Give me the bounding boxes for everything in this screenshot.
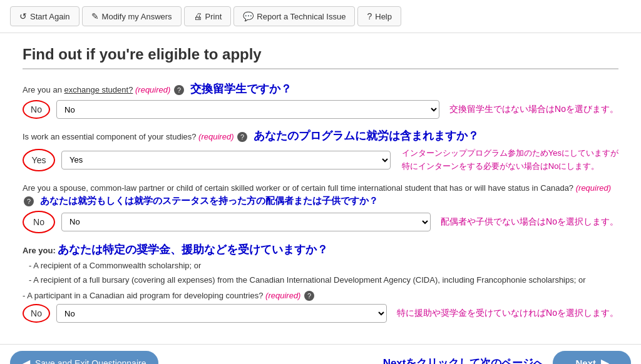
next-section: Nextをクリックして次のページへ Next ▶ xyxy=(383,351,631,364)
pencil-icon: ✎ xyxy=(91,11,99,21)
q1-no-text: No xyxy=(31,104,42,114)
are-you-select[interactable]: No Yes xyxy=(56,304,387,323)
q2-label: Is work an essential component of your s… xyxy=(23,128,618,144)
save-exit-label: Save and Exit Questionnaire xyxy=(35,358,146,364)
toolbar: ↺ Start Again ✎ Modify my Answers 🖨 Prin… xyxy=(0,0,641,33)
q1-select-row: No No Yes 交換留学生ではない場合はNoを選びます。 xyxy=(23,100,618,119)
are-you-select-row: No No Yes 特に援助や奨学金を受けていなければNoを選択します。 xyxy=(23,304,618,323)
save-exit-arrow-icon: ◀ xyxy=(23,357,30,364)
bullet-1: - A recipient of a Commonwealth scholars… xyxy=(23,261,618,270)
q3-no-text: No xyxy=(33,217,44,227)
are-you-circle-annotation: No xyxy=(23,304,50,323)
q2-help-icon[interactable]: ? xyxy=(237,132,247,142)
start-again-label: Start Again xyxy=(30,12,70,21)
question-spouse: Are you a spouse, common-law partner or … xyxy=(23,182,618,233)
q3-label-text: Are you a spouse, common-law partner or … xyxy=(23,183,573,193)
print-button[interactable]: 🖨 Print xyxy=(184,6,232,26)
refresh-icon: ↺ xyxy=(19,11,27,21)
are-you-label: Are you: あなたは特定の奨学金、援助などを受けていますか？ xyxy=(23,242,618,257)
are-you-text: Are you: xyxy=(23,246,56,255)
q3-circle-annotation: No xyxy=(23,211,55,233)
next-arrow-icon: ▶ xyxy=(601,357,608,364)
q1-circle-annotation: No xyxy=(23,100,50,119)
print-icon: 🖨 xyxy=(193,11,202,21)
help-label: Help xyxy=(375,12,392,21)
are-you-annotation: 特に援助や奨学金を受けていなければNoを選択します。 xyxy=(397,308,618,319)
q2-annotation-line1: インターンシッププログラム参加のためYesにしていますが xyxy=(402,148,618,158)
save-exit-button[interactable]: ◀ Save and Exit Questionnaire xyxy=(10,351,158,364)
q2-select[interactable]: Yes No xyxy=(61,151,391,169)
q3-select-row: No No Yes 配偶者や子供でない場合はNoを選択します。 xyxy=(23,211,618,233)
bullet-2: - A recipient of a full bursary (coverin… xyxy=(23,275,618,285)
q1-required: (required) xyxy=(135,85,170,94)
q1-select[interactable]: No Yes xyxy=(56,100,439,119)
page-title: Find out if you're eligible to apply xyxy=(23,46,618,69)
bullet-3-text: - A participant in a Canadian aid progra… xyxy=(23,291,263,300)
question-work-essential: Is work an essential component of your s… xyxy=(23,128,618,173)
print-label: Print xyxy=(205,12,222,21)
q1-label: Are you an exchange student? (required) … xyxy=(23,81,618,98)
q1-annotation: 交換留学生ではない場合はNoを選びます。 xyxy=(449,104,618,115)
q2-jp-label: あなたのプログラムに就労は含まれますか？ xyxy=(254,129,479,142)
q3-select[interactable]: No Yes xyxy=(61,213,431,231)
modify-answers-label: Modify my Answers xyxy=(102,12,172,21)
start-again-button[interactable]: ↺ Start Again xyxy=(10,6,79,26)
q2-circle-annotation: Yes xyxy=(23,149,55,171)
report-issue-button[interactable]: 💬 Report a Technical Issue xyxy=(233,6,355,26)
help-button[interactable]: ? Help xyxy=(357,6,401,26)
bottom-bar: ◀ Save and Exit Questionnaire Nextをクリックし… xyxy=(0,344,641,364)
q2-required: (required) xyxy=(198,132,233,141)
q1-jp-label: 交換留学生ですか？ xyxy=(190,83,292,95)
q3-required: (required) xyxy=(576,183,611,193)
next-button[interactable]: Next ▶ xyxy=(553,351,631,364)
q1-help-icon[interactable]: ? xyxy=(174,85,184,95)
are-you-no-text: No xyxy=(31,308,42,318)
chat-icon: 💬 xyxy=(243,11,254,21)
q2-annotation-line2: 特にインターンをする必要がない場合はNoにします。 xyxy=(402,161,600,171)
are-you-help-icon[interactable]: ? xyxy=(304,291,314,301)
bullet-3-required: (required) xyxy=(265,291,300,300)
bullet-3-label: - A participant in a Canadian aid progra… xyxy=(23,290,618,302)
q3-jp-label: あなたは就労もしくは就学のステータスを持った方の配偶者または子供ですか？ xyxy=(40,195,378,206)
report-issue-label: Report a Technical Issue xyxy=(257,12,346,21)
question-exchange-student: Are you an exchange student? (required) … xyxy=(23,81,618,119)
q1-label-text: Are you an exchange student? xyxy=(23,85,133,94)
q2-annotation: インターンシッププログラム参加のためYesにしていますが 特にインターンをする必… xyxy=(402,147,618,173)
next-label: Next xyxy=(575,358,596,364)
q2-label-text: Is work an essential component of your s… xyxy=(23,132,196,141)
q2-select-row: Yes Yes No インターンシッププログラム参加のためYesにしていますが … xyxy=(23,147,618,173)
q2-yes-text: Yes xyxy=(32,155,46,165)
are-you-jp: あなたは特定の奨学金、援助などを受けていますか？ xyxy=(58,243,328,256)
main-content: Find out if you're eligible to apply Are… xyxy=(0,33,641,338)
q3-label: Are you a spouse, common-law partner or … xyxy=(23,182,618,208)
next-annotation-text: Nextをクリックして次のページへ xyxy=(383,356,545,364)
q3-help-icon[interactable]: ? xyxy=(24,196,34,206)
help-icon: ? xyxy=(367,11,372,21)
modify-answers-button[interactable]: ✎ Modify my Answers xyxy=(82,6,182,26)
question-are-you: Are you: あなたは特定の奨学金、援助などを受けていますか？ - A re… xyxy=(23,242,618,323)
q3-annotation: 配偶者や子供でない場合はNoを選択します。 xyxy=(441,216,618,228)
